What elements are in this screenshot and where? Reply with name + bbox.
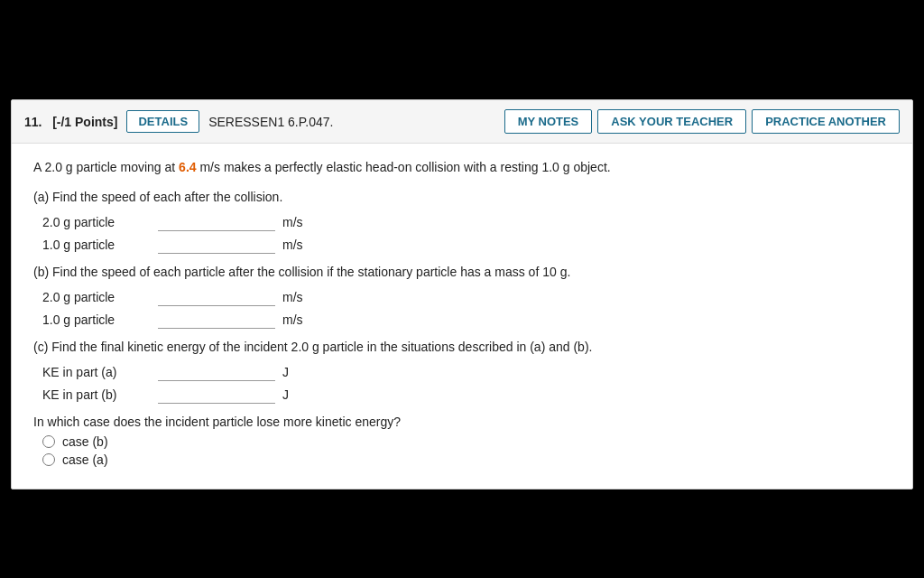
radio-case-a-label: case (a) xyxy=(62,452,108,467)
part-c-label: (c) Find the final kinetic energy of the… xyxy=(33,338,891,357)
part-b-row-2: 1.0 g particle m/s xyxy=(42,310,891,329)
ke-part-b-label: KE in part (b) xyxy=(42,387,151,402)
page-wrapper: 11. [-/1 Points] DETAILS SERESSEN1 6.P.0… xyxy=(0,99,924,578)
part-a-label: (a) Find the speed of each after the col… xyxy=(33,188,891,207)
statement-after: m/s makes a perfectly elastic head-on co… xyxy=(197,160,611,174)
details-button[interactable]: DETAILS xyxy=(126,110,199,133)
unit-j-1: J xyxy=(282,365,289,379)
radio-row-case-b: case (b) xyxy=(42,434,891,449)
question-number-text: 11. xyxy=(24,115,42,129)
part-a-row-2: 1.0 g particle m/s xyxy=(42,235,891,254)
unit-ms-b1: m/s xyxy=(282,290,303,304)
which-case-label: In which case does the incident particle… xyxy=(33,415,891,429)
question-body: A 2.0 g particle moving at 6.4 m/s makes… xyxy=(12,144,912,489)
my-notes-button[interactable]: MY NOTES xyxy=(504,109,593,134)
part-a-row-1: 2.0 g particle m/s xyxy=(42,212,891,231)
particle-2g-label-b: 2.0 g particle xyxy=(42,290,151,304)
part-a-2g-input[interactable] xyxy=(158,212,275,231)
radio-case-a[interactable] xyxy=(42,453,55,466)
ke-part-a-label: KE in part (a) xyxy=(42,365,151,379)
part-b-2g-input[interactable] xyxy=(158,287,275,306)
unit-ms-b2: m/s xyxy=(282,312,303,327)
part-c-row-2: KE in part (b) J xyxy=(42,385,891,404)
ke-part-b-input[interactable] xyxy=(158,385,275,404)
problem-statement: A 2.0 g particle moving at 6.4 m/s makes… xyxy=(33,158,891,177)
particle-2g-label-a: 2.0 g particle xyxy=(42,215,151,229)
ask-teacher-button[interactable]: ASK YOUR TEACHER xyxy=(597,109,746,134)
question-code: SERESSEN1 6.P.047. xyxy=(208,115,333,129)
question-points: [-/1 Points] xyxy=(52,115,117,129)
unit-ms-a1: m/s xyxy=(282,215,303,229)
ke-part-a-input[interactable] xyxy=(158,362,275,381)
part-c-row-1: KE in part (a) J xyxy=(42,362,891,381)
unit-j-2: J xyxy=(282,387,289,402)
part-b-row-1: 2.0 g particle m/s xyxy=(42,287,891,306)
radio-case-b-label: case (b) xyxy=(62,434,108,449)
particle-1g-label-a: 1.0 g particle xyxy=(42,238,151,252)
unit-ms-a2: m/s xyxy=(282,238,303,252)
part-a-1g-input[interactable] xyxy=(158,235,275,254)
radio-case-b[interactable] xyxy=(42,435,55,448)
question-card: 11. [-/1 Points] DETAILS SERESSEN1 6.P.0… xyxy=(11,99,913,489)
part-b-label: (b) Find the speed of each particle afte… xyxy=(33,263,891,282)
highlight-value: 6.4 xyxy=(179,160,196,174)
header-buttons: MY NOTES ASK YOUR TEACHER PRACTICE ANOTH… xyxy=(504,109,900,134)
particle-1g-label-b: 1.0 g particle xyxy=(42,312,151,327)
practice-another-button[interactable]: PRACTICE ANOTHER xyxy=(752,109,900,134)
question-header: 11. [-/1 Points] DETAILS SERESSEN1 6.P.0… xyxy=(12,100,912,144)
question-number: 11. [-/1 Points] xyxy=(24,115,117,129)
statement-before: A 2.0 g particle moving at xyxy=(33,160,179,174)
radio-row-case-a: case (a) xyxy=(42,452,891,467)
part-b-1g-input[interactable] xyxy=(158,310,275,329)
